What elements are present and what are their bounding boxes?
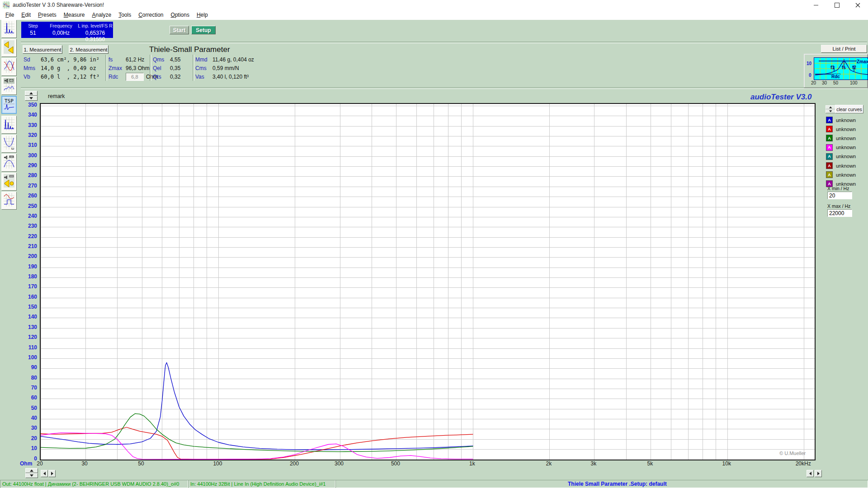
x-min-input[interactable] [827, 192, 852, 199]
tsp-column-q-factors: Qms4,55Qel0,35Qts0,32 [153, 55, 192, 81]
tsp-label-mmd: Mmd [195, 56, 212, 63]
y-tick-340: 340 [19, 112, 37, 118]
scroll-right-button-right[interactable] [815, 470, 822, 477]
scroll-left-button-right[interactable] [807, 470, 814, 477]
mini-y-label-0: 0 [809, 73, 811, 78]
curve-legend-item[interactable]: Aunknown [826, 162, 856, 169]
distortion-curve-icon[interactable]: ω [1, 135, 17, 153]
y-tick-310: 310 [19, 142, 37, 148]
y-tick-20: 20 [19, 435, 37, 441]
x-tick-10k: 10k [713, 460, 740, 467]
speaker-measure-icon[interactable] [1, 154, 17, 172]
chart-plot-area[interactable] [40, 103, 816, 460]
close-button[interactable] [847, 0, 868, 10]
tsp-value-cms: 0,59 mm/N [212, 65, 239, 71]
list-print-button[interactable]: List / Print [821, 45, 867, 53]
curve-legend-item[interactable]: Aunknown [826, 153, 856, 160]
menu-tools[interactable]: Tools [115, 10, 135, 19]
divider [105, 55, 107, 81]
curve-unknown [41, 427, 473, 460]
scroll-right-button[interactable] [48, 470, 56, 477]
menu-edit[interactable]: Edit [18, 10, 34, 19]
y-tick-160: 160 [19, 294, 37, 300]
menu-correction[interactable]: Correction [135, 10, 167, 19]
curve-legend-item[interactable]: Aunknown [826, 144, 856, 151]
restore-button[interactable] [826, 0, 847, 10]
mini-chart-plot: Zmax f1 fs f2 Rdc [814, 57, 868, 80]
menu-measure[interactable]: Measure [60, 10, 89, 19]
frequency-header: Frequency [45, 23, 77, 28]
tsp-value-sd: 63,6 cm², 9,86 in² [41, 56, 99, 63]
curve-legend-item[interactable]: Aunknown [826, 135, 856, 141]
tsp-value-mmd: 11,46 g, 0,404 oz [212, 56, 254, 63]
x-tick-30: 30 [71, 460, 98, 467]
signal-waveform-icon[interactable] [1, 192, 17, 210]
y-tick-190: 190 [19, 263, 37, 270]
down-arrow-icon [30, 474, 33, 477]
menu-options[interactable]: Options [167, 10, 193, 19]
mini-x-label-50: 50 [833, 80, 838, 85]
up-arrow-icon [30, 469, 33, 472]
tsp-row-sd: Sd63,6 cm², 9,86 in² [24, 55, 104, 64]
curve-legend-item[interactable]: Aunknown [826, 117, 856, 123]
x-max-input[interactable] [827, 209, 852, 217]
y-tick-110: 110 [19, 344, 37, 351]
y-scale-up[interactable] [25, 468, 38, 473]
minimize-button[interactable] [806, 0, 826, 10]
rdc-input[interactable] [126, 73, 144, 81]
curve-spin-down[interactable] [826, 109, 835, 113]
frequency-spectrum-icon[interactable] [1, 20, 17, 38]
tsp-label-mms: Mms [24, 65, 41, 71]
menu-presets[interactable]: Presets [34, 10, 60, 19]
left-arrow-icon [43, 472, 46, 475]
setup-button[interactable]: Setup [191, 26, 216, 34]
y-tick-230: 230 [19, 223, 37, 229]
tsp-mini-chart: Zmax f1 fs f2 Rdc 10 0 20 30 50 100 [804, 54, 868, 88]
y-tick-30: 30 [19, 425, 37, 431]
tsp-label-sd: Sd [24, 56, 41, 63]
y-tick-260: 260 [19, 192, 37, 199]
curve-color-icon: A [826, 135, 833, 141]
frequency-response-icon[interactable] [1, 58, 17, 76]
y-tick-130: 130 [19, 324, 37, 330]
y-tick-140: 140 [19, 314, 37, 320]
tsp-value-fs: 61,2 Hz [126, 56, 144, 63]
impedance-speaker-icon[interactable] [1, 77, 17, 95]
tsp-row-vb: Vb60,0 l , 2,12 ft³ [24, 72, 104, 81]
y-scale-down[interactable] [25, 473, 38, 478]
tsp-label-fs: fs [108, 56, 126, 63]
tsp-icon[interactable]: TSP [1, 96, 17, 114]
y-scale-spinner [25, 468, 38, 478]
curve-legend-item[interactable]: Aunknown [826, 171, 856, 178]
menu-file[interactable]: File [2, 10, 18, 19]
svg-text:TSP: TSP [5, 98, 14, 104]
remark-spin-up[interactable] [25, 91, 38, 96]
remark-spin-down[interactable] [25, 96, 38, 101]
status-setup-text: Thiele Small Parameter .Setup: default [568, 481, 667, 487]
tsp-column-compliance: Mmd11,46 g, 0,404 ozCms0,59 mm/NVas3,40 … [195, 55, 263, 81]
y-tick-270: 270 [19, 183, 37, 189]
y-tick-60: 60 [19, 394, 37, 401]
mini-f1-label: f1 [830, 65, 835, 70]
harmonic-spectrum-icon[interactable] [1, 116, 17, 134]
curve-legend-item[interactable]: Aunknown [826, 126, 856, 132]
menu-analyze[interactable]: Analyze [88, 10, 115, 19]
tsp-label-vas: Vas [195, 74, 212, 80]
tab-measurement-1[interactable]: 1. Measurement [23, 45, 62, 54]
speaker-pair-icon[interactable] [1, 39, 17, 57]
tsp-row-qts: Qts0,32 [153, 72, 192, 81]
start-button[interactable]: Start [170, 26, 189, 34]
tsp-value-qts: 0,32 [170, 74, 180, 80]
level-value: 0,65376 0,31550 [77, 30, 113, 42]
curve-spin-up[interactable] [826, 105, 835, 109]
menu-help[interactable]: Help [193, 10, 212, 19]
x-tick-2k: 2k [535, 460, 562, 467]
tsp-column-mechanical: Sd63,6 cm², 9,86 in²Mms14,0 g , 0,49 ozV… [24, 55, 104, 81]
y-tick-320: 320 [19, 132, 37, 138]
app-icon [3, 1, 10, 9]
clear-curves-button[interactable]: clear curves [835, 105, 863, 113]
tsp-column-impedance: fs61,2 HzZmax96,3 OhmRdcOhm [108, 55, 149, 81]
scroll-left-button[interactable] [41, 470, 48, 477]
speaker-mic-icon[interactable] [1, 173, 17, 191]
tab-measurement-2[interactable]: 2. Measurement [69, 45, 108, 54]
